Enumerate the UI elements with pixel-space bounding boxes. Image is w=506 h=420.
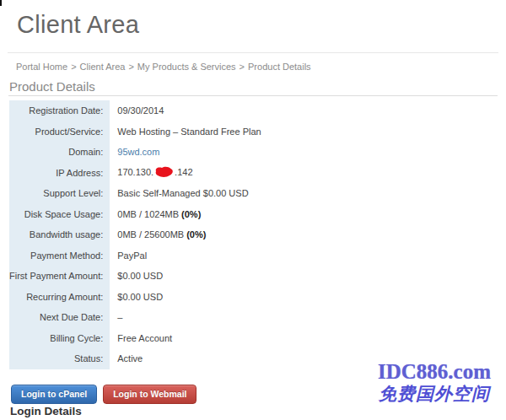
section-divider bbox=[8, 95, 498, 96]
watermark-slogan: 免费国外空间 bbox=[374, 383, 495, 405]
breadcrumb-separator: > bbox=[67, 62, 79, 72]
table-row: Support Level:Basic Self-Managed $0.00 U… bbox=[9, 183, 498, 204]
scan-artifact bbox=[0, 0, 2, 6]
breadcrumb-link[interactable]: My Products & Services bbox=[137, 62, 236, 72]
domain-link[interactable]: 95wd.com bbox=[117, 147, 159, 157]
header-divider bbox=[8, 52, 498, 53]
row-value: 09/30/2014 bbox=[110, 100, 498, 121]
table-row: Registration Date:09/30/2014 bbox=[9, 100, 498, 121]
table-row: Payment Method:PayPal bbox=[9, 245, 498, 267]
redaction-scribble bbox=[154, 166, 174, 180]
section-title-product-details: Product Details bbox=[9, 79, 95, 94]
row-value: Active bbox=[110, 348, 498, 369]
login-to-cpanel-button[interactable]: Login to cPanel bbox=[11, 385, 97, 404]
row-label: Recurring Amount: bbox=[9, 287, 110, 308]
login-details-title: Login Details bbox=[10, 405, 82, 417]
row-value: – bbox=[110, 307, 498, 328]
row-label: Bandwidth usage: bbox=[9, 224, 110, 245]
product-details-table: Registration Date:09/30/2014Product/Serv… bbox=[9, 100, 498, 369]
row-label: Registration Date: bbox=[9, 100, 110, 121]
row-label: Support Level: bbox=[9, 183, 110, 204]
ip-prefix: 170.130. bbox=[117, 167, 153, 177]
row-value: $0.00 USD bbox=[110, 266, 498, 287]
row-value: PayPal bbox=[110, 245, 498, 267]
row-value: Web Hosting – Standard Free Plan bbox=[110, 121, 498, 143]
table-row: First Payment Amount:$0.00 USD bbox=[9, 266, 498, 287]
table-row: IP Address:170.130..142 bbox=[9, 163, 498, 184]
usage-percent: (0%) bbox=[181, 209, 201, 219]
breadcrumb: Portal Home>Client Area>My Products & Se… bbox=[16, 62, 311, 72]
row-label: Next Due Date: bbox=[9, 307, 110, 328]
table-row: Product/Service:Web Hosting – Standard F… bbox=[9, 121, 498, 143]
breadcrumb-link: Product Details bbox=[248, 62, 311, 72]
action-buttons: Login to cPanel Login to Webmail bbox=[11, 385, 196, 404]
row-value: 0MB / 25600MB (0%) bbox=[110, 224, 498, 245]
row-label: First Payment Amount: bbox=[9, 266, 110, 287]
breadcrumb-separator: > bbox=[236, 62, 248, 72]
row-label: Payment Method: bbox=[9, 245, 110, 267]
breadcrumb-link[interactable]: Portal Home bbox=[16, 62, 67, 72]
row-label: Product/Service: bbox=[9, 121, 110, 143]
table-row: Status:Active bbox=[9, 348, 498, 369]
table-row: Next Due Date:– bbox=[9, 307, 498, 328]
row-value: 95wd.com bbox=[110, 142, 498, 163]
table-row: Billing Cycle:Free Account bbox=[9, 328, 498, 349]
table-row: Disk Space Usage:0MB / 1024MB (0%) bbox=[9, 204, 498, 225]
row-value: 0MB / 1024MB (0%) bbox=[110, 204, 498, 225]
row-label: Billing Cycle: bbox=[9, 328, 110, 349]
ip-suffix: .142 bbox=[175, 167, 192, 177]
row-value: $0.00 USD bbox=[110, 287, 498, 308]
table-row: Domain:95wd.com bbox=[9, 142, 498, 163]
page-title: Client Area bbox=[17, 11, 139, 39]
row-value: 170.130..142 bbox=[110, 163, 498, 184]
table-row: Recurring Amount:$0.00 USD bbox=[9, 287, 498, 308]
row-label: Disk Space Usage: bbox=[9, 204, 110, 225]
row-label: Domain: bbox=[9, 142, 110, 163]
row-value: Free Account bbox=[110, 328, 498, 349]
breadcrumb-separator: > bbox=[125, 62, 137, 72]
usage-percent: (0%) bbox=[186, 229, 206, 240]
row-label: IP Address: bbox=[9, 163, 110, 184]
row-value: Basic Self-Managed $0.00 USD bbox=[110, 183, 498, 204]
breadcrumb-link[interactable]: Client Area bbox=[80, 62, 126, 72]
product-details-table-body: Registration Date:09/30/2014Product/Serv… bbox=[9, 100, 498, 369]
row-label: Status: bbox=[9, 348, 110, 369]
table-row: Bandwidth usage:0MB / 25600MB (0%) bbox=[9, 224, 498, 245]
login-to-webmail-button[interactable]: Login to Webmail bbox=[103, 385, 196, 404]
